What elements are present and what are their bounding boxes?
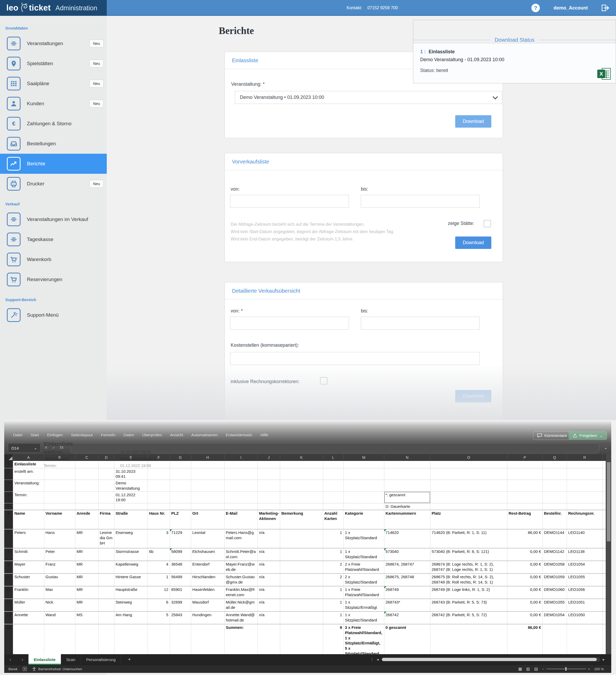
cell-J4[interactable] (257, 492, 280, 503)
cell-Q10[interactable]: DEMO1059 (542, 574, 567, 586)
zoom-in-icon[interactable]: + (588, 667, 590, 671)
cell-M3[interactable] (343, 480, 384, 492)
cell-D2[interactable] (98, 468, 114, 480)
cell-P7[interactable]: 86,00 € (507, 529, 542, 548)
cell-M13[interactable]: 1 x Sitzplatz/Standard (343, 611, 384, 624)
horizontal-scrollbar[interactable] (381, 657, 600, 662)
cell-L6[interactable]: Anzahl Karten (323, 510, 343, 529)
cell-J7[interactable]: n/a (257, 529, 280, 548)
cell-O11[interactable]: 268749 (B: Loge links, R: 1, S: 2) (430, 586, 507, 599)
cell-B10[interactable]: Gustav (44, 574, 75, 586)
cell-F7[interactable]: 3 (148, 529, 170, 548)
cell-C8[interactable]: MR (75, 548, 98, 561)
cell-E8[interactable]: Stormstrasse (114, 548, 148, 561)
cell-B11[interactable]: Max (44, 586, 75, 599)
cell-Q13[interactable]: DEMO1054 (542, 611, 567, 624)
cell-N14[interactable]: 0 gescannt (384, 624, 430, 658)
cell-R6[interactable]: Rechnungsnr. (567, 510, 603, 529)
cell-C12[interactable]: MR (75, 599, 98, 611)
cell-F12[interactable]: 6 (148, 599, 170, 611)
row-header-7[interactable]: 7 (4, 529, 13, 548)
sidebar-item-spielstätten[interactable]: SpielstättenNeu (0, 54, 107, 74)
cell-F5[interactable] (148, 503, 170, 510)
cell-E6[interactable]: Straße (114, 510, 148, 529)
cell-K4[interactable] (280, 492, 323, 503)
einlassliste-download-button[interactable]: Download (455, 115, 491, 128)
cell-Q7[interactable]: DEMO1144 (542, 529, 567, 548)
cell-R1[interactable] (567, 461, 603, 468)
row-header-6[interactable]: 6 (4, 510, 13, 529)
cell-O14[interactable] (430, 624, 507, 658)
column-header-A[interactable]: A (13, 454, 44, 461)
cell-Q9[interactable]: DEMO1058 (542, 561, 567, 574)
column-header-H[interactable]: H (191, 454, 224, 461)
cell-G1[interactable] (170, 461, 191, 468)
cell-B14[interactable] (44, 624, 75, 658)
cell-M2[interactable] (343, 468, 384, 480)
cell-F4[interactable] (148, 492, 170, 503)
cell-R12[interactable]: LEO1051 (567, 599, 603, 611)
cell-J11[interactable]: n/a (257, 586, 280, 599)
cell-J2[interactable] (257, 468, 280, 480)
cell-B12[interactable]: Nick (44, 599, 75, 611)
cell-K13[interactable] (280, 611, 323, 624)
download-item-name[interactable]: Einlassliste (429, 49, 455, 54)
cell-E10[interactable]: Hintere Gasse (114, 574, 148, 586)
cell-A2[interactable]: erstellt am: (13, 468, 44, 480)
cell-B7[interactable]: Hans (44, 529, 75, 548)
cell-L13[interactable]: 1 (323, 611, 343, 624)
cell-D11[interactable] (98, 586, 114, 599)
cell-G10[interactable]: 56499 (170, 574, 191, 586)
cell-Q3[interactable] (542, 480, 567, 492)
cell-K5[interactable] (280, 503, 323, 510)
cell-H13[interactable]: Hundingen (191, 611, 224, 624)
menu-seitenlayout[interactable]: Seitenlayout (71, 433, 93, 437)
cell-G3[interactable] (170, 480, 191, 492)
sidebar-item-veranstaltungen[interactable]: VeranstaltungenNeu (0, 33, 107, 54)
sidebar-item-zahlungen-storno[interactable]: €Zahlungen & Storno (0, 114, 107, 134)
cell-N9[interactable]: 268674, 268747 (384, 561, 430, 574)
cell-F6[interactable]: Haus Nr. (148, 510, 170, 529)
cell-B5[interactable] (44, 503, 75, 510)
cell-L8[interactable]: 1 (323, 548, 343, 561)
normal-view-icon[interactable]: ▦ (518, 667, 522, 671)
cell-F8[interactable]: 6b (148, 548, 170, 561)
row-header-5[interactable]: 5 (4, 503, 13, 510)
cell-A13[interactable]: Annette (13, 611, 44, 624)
sheet-tab-einlassliste[interactable]: Einlassliste (28, 654, 61, 665)
cell-J10[interactable]: n/a (257, 574, 280, 586)
cell-P6[interactable]: Rest-Betrag (507, 510, 542, 529)
cell-K3[interactable] (280, 480, 323, 492)
scroll-grip-icon[interactable]: ⋮ (370, 657, 374, 662)
cell-I1[interactable] (224, 461, 257, 468)
cell-G12[interactable]: 32699 (170, 599, 191, 611)
cell-R7[interactable]: LEO1140 (567, 529, 603, 548)
cell-H11[interactable]: Hasenfelden (191, 586, 224, 599)
cell-E13[interactable]: Am Hang (114, 611, 148, 624)
menu-daten[interactable]: Daten (124, 433, 134, 437)
cell-P10[interactable]: 0,00 € (507, 574, 542, 586)
column-header-L[interactable]: L (323, 454, 343, 461)
cell-N2[interactable] (384, 468, 430, 480)
cell-I12[interactable]: Müller.Nick@gmail.de (224, 599, 257, 611)
zoom-slider-track[interactable] (546, 669, 586, 669)
cell-H5[interactable] (191, 503, 224, 510)
menu-start[interactable]: Start (30, 433, 39, 437)
sidebar-item-warenkorb[interactable]: Warenkorb (0, 249, 107, 270)
cell-O2[interactable] (430, 468, 507, 480)
cell-E9[interactable]: Kapellenweg (114, 561, 148, 574)
column-header-F[interactable]: F (148, 454, 170, 461)
cell-P9[interactable]: 0,00 € (507, 561, 542, 574)
cancel-icon[interactable]: ✕ (44, 445, 48, 450)
column-header-D[interactable]: D (98, 454, 114, 461)
cell-A6[interactable]: Name (13, 510, 44, 529)
cell-N7[interactable]: 714620 (384, 529, 430, 548)
cell-C7[interactable]: MR (75, 529, 98, 548)
cell-N5[interactable]: D: Dauerkarte (384, 503, 430, 510)
cell-R4[interactable] (567, 492, 603, 503)
sheet-tab-personalisierung[interactable]: Personalisierung (81, 654, 121, 665)
sidebar-item-saalpläne[interactable]: SaalpläneNeu (0, 74, 107, 94)
bis-date-input-2[interactable] (361, 317, 480, 329)
cell-B1[interactable] (44, 461, 75, 468)
cell-D3[interactable] (98, 480, 114, 492)
